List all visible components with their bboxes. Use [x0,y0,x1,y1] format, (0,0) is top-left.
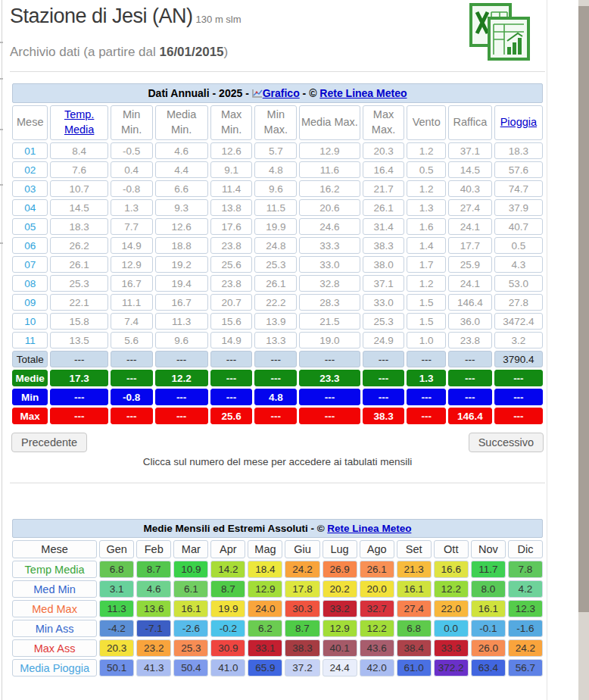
data-cell: 24.9 [363,332,405,348]
heatmap-cell: 14.2 [210,561,245,578]
data-cell: 146.4 [448,294,492,311]
data-cell: 14.9 [210,332,253,348]
heatmap-cell: 22.0 [434,600,469,617]
heatmap-cell: 13.6 [136,600,171,617]
data-cell: 57.6 [494,161,543,178]
edge-tick [0,78,3,80]
summary-cell: --- [363,389,405,405]
heatmap-cell: 8.7 [210,580,245,598]
data-cell: 1.7 [407,256,446,273]
month-cell[interactable]: 06 [12,237,48,254]
previous-button[interactable]: Precedente [11,433,87,452]
month-link[interactable]: 09 [24,297,36,308]
heatmap-cell: 37.2 [285,659,319,677]
month-cell[interactable]: 04 [12,199,48,216]
summary-cell: --- [155,351,208,367]
data-cell: 26.2 [50,237,108,254]
month-link[interactable]: 06 [24,240,36,252]
data-cell: -0.8 [111,180,153,197]
heatmap-cell: 33.3 [434,639,469,657]
month-cell[interactable]: 03 [12,180,48,197]
month-cell[interactable]: 01 [12,142,48,159]
summary-cell: 17.3 [50,370,108,386]
heatmap-cell: -0.2 [210,620,245,637]
heatmap-cell: -1.6 [508,620,543,637]
data-cell: 14.9 [111,237,153,254]
data-cell: 23.8 [448,332,492,348]
annual-row-02: 027.60.44.49.14.811.616.40.514.557.6 [12,161,543,178]
month-link[interactable]: 11 [25,335,36,346]
month-link[interactable]: 08 [24,278,36,289]
data-cell: 20.6 [299,199,360,216]
month-cell[interactable]: 08 [12,275,48,292]
heatmap-cell: 8.7 [136,561,171,578]
month-link[interactable]: 04 [24,202,36,214]
data-cell: 4.8 [254,161,297,178]
next-button[interactable]: Successivo [469,433,544,452]
heatmap-cell: 43.6 [360,639,394,657]
heatmap-cell: 6.1 [173,580,208,598]
month-link[interactable]: 05 [24,221,36,233]
summary-cell: --- [448,389,492,405]
data-cell: 12.9 [111,256,153,273]
month-link[interactable]: 07 [24,259,36,270]
data-cell: 1.3 [407,199,446,216]
summary-cell: 12.2 [155,370,208,386]
monthly-column-header: Nov [471,540,506,558]
data-cell: 5.6 [111,332,153,348]
annual-row-07: 0726.112.919.225.625.333.038.01.725.94.3 [12,256,543,273]
month-cell[interactable]: 05 [12,218,48,235]
annual-column-header[interactable]: Temp. Media [50,105,108,140]
grafico-link[interactable]: Grafico [263,87,300,99]
month-link[interactable]: 10 [24,316,36,327]
data-cell: 15.8 [50,313,108,330]
data-cell: 1.2 [407,142,446,159]
data-cell: 38.0 [363,256,405,273]
data-cell: 4.3 [494,256,543,273]
monthly-column-header: Dic [508,540,543,558]
month-cell[interactable]: 11 [12,332,48,348]
annual-row-05: 0518.37.712.617.619.924.631.41.624.140.7 [12,218,543,235]
data-cell: 9.6 [155,332,208,348]
monthly-column-header: Apr [210,540,245,558]
data-cell: 25.6 [210,256,253,273]
month-link[interactable]: 02 [24,164,36,176]
data-cell: 27.4 [448,199,492,216]
month-link[interactable]: 01 [24,145,36,157]
month-cell[interactable]: 09 [12,294,48,311]
sortable-column-link[interactable]: Temp. Media [64,108,95,136]
heatmap-cell: -0.1 [471,620,506,637]
data-cell: 13.5 [50,332,108,348]
heatmap-cell: 26.1 [360,561,394,578]
rete-linea-meteo-link[interactable]: Rete Linea Meteo [327,523,411,534]
data-cell: 9.6 [254,180,297,197]
monthly-row-label: Med Min [12,580,97,598]
month-cell[interactable]: 07 [12,256,48,273]
summary-cell: 1.3 [407,370,446,386]
data-cell: 3.2 [494,332,543,348]
monthly-table-header-row: MeseGenFebMarAprMagGiuLugAgoSetOttNovDic [12,540,543,558]
heatmap-cell: 32.7 [360,600,394,617]
edge-tick [0,129,3,130]
monthly-column-header: Lug [323,540,357,558]
excel-icon[interactable] [469,3,531,62]
heatmap-cell: 23.2 [136,639,171,657]
data-cell: 37.1 [448,142,492,159]
scrollbar-thumb[interactable] [578,6,589,612]
month-cell[interactable]: 02 [12,161,48,178]
heatmap-cell: 24.4 [323,659,357,677]
data-cell: 40.7 [494,218,543,235]
heatmap-cell: 56.7 [508,659,543,677]
data-cell: 12.9 [299,142,360,159]
month-cell[interactable]: 10 [12,313,48,330]
annual-column-header[interactable]: Pioggia [494,105,543,140]
month-link[interactable]: 03 [24,183,36,195]
sortable-column-link[interactable]: Pioggia [500,116,537,128]
scrollbar-track[interactable] [578,0,589,700]
summary-cell: --- [407,408,446,424]
heatmap-cell: 40.1 [323,639,357,657]
summary-row-max: Max---------25.6------38.3---146.4--- [12,408,543,424]
rete-linea-meteo-link[interactable]: Rete Linea Meteo [319,87,407,99]
data-cell: 0.5 [494,237,543,254]
data-cell: 26.1 [363,199,405,216]
